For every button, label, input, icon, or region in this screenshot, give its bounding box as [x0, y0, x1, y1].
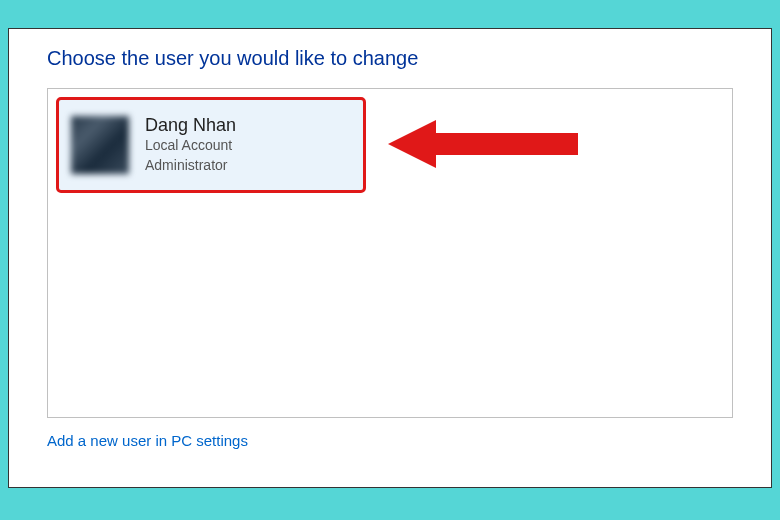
avatar	[71, 116, 129, 174]
svg-marker-0	[388, 120, 578, 168]
user-list-container: Dang Nhan Local Account Administrator	[47, 88, 733, 418]
user-name-label: Dang Nhan	[145, 115, 236, 136]
user-info: Dang Nhan Local Account Administrator	[145, 115, 236, 175]
page-title: Choose the user you would like to change	[47, 47, 733, 70]
user-account-type-label: Local Account	[145, 136, 236, 156]
arrow-annotation-icon	[388, 117, 578, 171]
add-user-link[interactable]: Add a new user in PC settings	[47, 432, 248, 449]
user-role-label: Administrator	[145, 156, 236, 176]
user-account-tile[interactable]: Dang Nhan Local Account Administrator	[56, 97, 366, 193]
settings-panel: Choose the user you would like to change…	[8, 28, 772, 488]
